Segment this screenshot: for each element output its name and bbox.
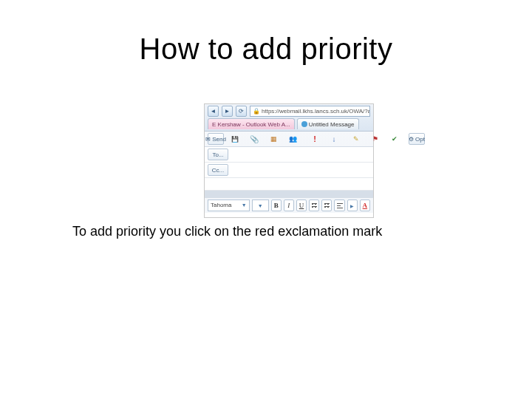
indent-button[interactable] bbox=[347, 200, 358, 211]
underline-button[interactable]: U bbox=[296, 200, 307, 211]
priority-high-button[interactable]: ! bbox=[307, 133, 323, 145]
font-select[interactable]: Tahoma ▼ bbox=[208, 200, 250, 211]
chevron-down-icon: ▼ bbox=[242, 201, 247, 210]
save-button[interactable]: 💾 bbox=[227, 133, 243, 145]
address-fields: To... Cc... bbox=[205, 147, 373, 191]
options-button[interactable]: ⚙ Opt bbox=[409, 133, 425, 145]
cc-field-row: Cc... bbox=[205, 163, 373, 178]
envelope-icon: ✉ bbox=[205, 136, 211, 143]
signature-icon: ✎ bbox=[353, 135, 359, 143]
subject-input[interactable] bbox=[208, 180, 370, 188]
to-field-row: To... bbox=[205, 147, 373, 163]
priority-low-button[interactable]: ↓ bbox=[326, 133, 342, 145]
lock-icon: 🔒 bbox=[253, 106, 260, 116]
subject-field-row bbox=[205, 178, 373, 191]
slide-caption: To add priority you click on the red exc… bbox=[72, 223, 398, 240]
compose-toolbar: ✉ Send 💾 📎 ▦ 👥 ! ↓ ✎ ⚑ ✔ ⚙ Opt bbox=[205, 132, 373, 147]
checknames-button[interactable]: 👥 bbox=[284, 133, 301, 145]
flag-icon: ⚑ bbox=[372, 135, 378, 143]
browser-nav-row: ◄ ► ⟳ 🔒 https://webmail.lkhs.lancs.sch.u… bbox=[205, 104, 373, 118]
browser-tabs: E Kershaw - Outlook Web A... Untitled Me… bbox=[205, 118, 373, 131]
to-button[interactable]: To... bbox=[208, 149, 228, 160]
toolbar-stripe bbox=[205, 191, 373, 198]
align-button[interactable] bbox=[334, 200, 344, 211]
chevron-down-icon: ▼ bbox=[258, 203, 263, 208]
spell-button[interactable]: ✔ bbox=[386, 133, 403, 145]
tab-inbox[interactable]: E Kershaw - Outlook Web A... bbox=[208, 118, 295, 129]
size-select[interactable]: ▼ bbox=[252, 200, 269, 211]
addressbook-button[interactable]: ▦ bbox=[265, 133, 282, 145]
numbering-button[interactable] bbox=[321, 200, 332, 211]
bullets-button[interactable] bbox=[309, 200, 319, 211]
font-name: Tahoma bbox=[211, 201, 231, 210]
compose-window: ✉ Send 💾 📎 ▦ 👥 ! ↓ ✎ ⚑ ✔ ⚙ Opt To... bbox=[205, 132, 373, 217]
gear-icon: ⚙ bbox=[409, 136, 414, 143]
slide-title: How to add priority bbox=[0, 33, 532, 66]
tab-label: E Kershaw - Outlook Web A... bbox=[212, 121, 290, 128]
down-arrow-icon: ↓ bbox=[332, 135, 336, 143]
globe-icon bbox=[301, 121, 307, 127]
format-toolbar: Tahoma ▼ ▼ B I U A bbox=[205, 198, 373, 213]
send-label: Send bbox=[212, 136, 226, 143]
compose-body[interactable] bbox=[205, 213, 373, 217]
attach-button[interactable]: 📎 bbox=[246, 133, 262, 145]
tab-compose[interactable]: Untitled Message bbox=[297, 118, 359, 129]
options-label: Opt bbox=[415, 136, 425, 143]
send-button[interactable]: ✉ Send bbox=[208, 133, 224, 145]
back-button[interactable]: ◄ bbox=[208, 106, 219, 117]
address-text: https://webmail.lkhs.lancs.sch.uk/OWA/?a… bbox=[262, 106, 370, 116]
book-icon: ▦ bbox=[270, 135, 277, 143]
owa-screenshot: ◄ ► ⟳ 🔒 https://webmail.lkhs.lancs.sch.u… bbox=[204, 103, 374, 218]
reload-button[interactable]: ⟳ bbox=[236, 106, 247, 117]
exclamation-icon: ! bbox=[313, 134, 316, 143]
forward-button[interactable]: ► bbox=[222, 106, 233, 117]
font-color-button[interactable]: A bbox=[360, 200, 370, 211]
tab-label: Untitled Message bbox=[309, 121, 355, 128]
browser-chrome: ◄ ► ⟳ 🔒 https://webmail.lkhs.lancs.sch.u… bbox=[205, 104, 373, 132]
paperclip-icon: 📎 bbox=[250, 135, 259, 143]
flag-button[interactable]: ⚑ bbox=[367, 133, 383, 145]
italic-button[interactable]: I bbox=[284, 200, 294, 211]
people-icon: 👥 bbox=[289, 135, 297, 143]
cc-button[interactable]: Cc... bbox=[208, 164, 228, 176]
bold-button[interactable]: B bbox=[271, 200, 282, 211]
cc-input[interactable] bbox=[233, 166, 370, 174]
abc-icon: ✔ bbox=[392, 135, 398, 143]
to-input[interactable] bbox=[233, 150, 370, 159]
signature-button[interactable]: ✎ bbox=[348, 133, 364, 145]
address-bar[interactable]: 🔒 https://webmail.lkhs.lancs.sch.uk/OWA/… bbox=[250, 106, 370, 117]
